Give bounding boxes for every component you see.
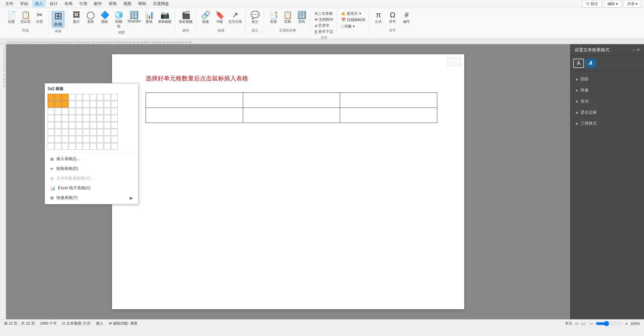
grid-cell[interactable] xyxy=(76,129,83,136)
shape-button[interactable]: ◯ 形状 xyxy=(84,11,97,25)
menu-item-file[interactable]: 文件 xyxy=(3,0,16,7)
grid-cell[interactable] xyxy=(62,143,68,150)
header-button[interactable]: 📑 页眉 xyxy=(267,11,280,25)
dropcap-button[interactable]: A̲ 首字下沉 xyxy=(313,29,335,35)
symbol-button[interactable]: Ω 符号 xyxy=(386,11,399,25)
grid-cell[interactable] xyxy=(97,143,104,150)
grid-cell[interactable] xyxy=(76,94,83,100)
grid-cell[interactable] xyxy=(48,136,54,143)
grid-cell[interactable] xyxy=(111,122,118,129)
wordart-button[interactable]: A 艺术字 xyxy=(313,23,335,28)
grid-cell[interactable] xyxy=(104,94,111,100)
insert-table-item[interactable]: ⊞ 插入表格(I)... xyxy=(45,154,138,164)
grid-cell[interactable] xyxy=(97,115,104,122)
datetime-button[interactable]: 📅 日期和时间 xyxy=(340,17,367,23)
footer-button[interactable]: 📋 页脚 xyxy=(281,11,294,25)
formula-button[interactable]: π 公式 xyxy=(372,11,385,25)
grid-cell[interactable] xyxy=(83,122,90,129)
grid-cell[interactable] xyxy=(55,94,61,100)
grid-cell[interactable] xyxy=(104,122,111,129)
grid-cell[interactable] xyxy=(76,108,83,115)
grid-cell[interactable] xyxy=(90,136,97,143)
grid-cell[interactable] xyxy=(76,101,83,108)
menu-item-start[interactable]: 开始 xyxy=(17,0,31,7)
grid-cell[interactable] xyxy=(90,129,97,136)
grid-cell[interactable] xyxy=(97,101,104,108)
video-button[interactable]: 🎬 联机视频 xyxy=(178,11,194,25)
table-button[interactable]: ⊞ 表格 xyxy=(51,11,65,28)
grid-cell[interactable] xyxy=(90,115,97,122)
menu-item-layout[interactable]: 布局 xyxy=(62,0,75,7)
grid-cell[interactable] xyxy=(69,108,75,115)
menu-item-mail[interactable]: 邮件 xyxy=(91,0,105,7)
grid-cell[interactable] xyxy=(83,136,90,143)
grid-cell[interactable] xyxy=(104,143,111,150)
focus-button[interactable]: 专注 xyxy=(565,321,572,326)
grid-cell[interactable] xyxy=(76,143,83,150)
menu-item-insert[interactable]: 插入 xyxy=(32,0,46,7)
menu-item-baidu[interactable]: 百度网盘 xyxy=(150,0,172,7)
grid-cell[interactable] xyxy=(55,108,61,115)
grid-cell[interactable] xyxy=(97,122,104,129)
grid-cell[interactable] xyxy=(104,115,111,122)
grid-cell[interactable] xyxy=(69,101,75,108)
grid-cell[interactable] xyxy=(55,143,61,150)
menu-item-review[interactable]: 审阅 xyxy=(106,0,119,7)
grid-cell[interactable] xyxy=(48,143,54,150)
text-outline-btn[interactable]: A xyxy=(573,59,584,68)
grid-cell[interactable] xyxy=(62,94,68,100)
grid-cell[interactable] xyxy=(62,136,68,143)
document-area[interactable]: 选择好单元格数量后点击鼠标插入表格 3x2 表格 xyxy=(6,44,570,319)
grid-cell[interactable] xyxy=(62,108,68,115)
grid-cell[interactable] xyxy=(69,143,75,150)
menu-item-help[interactable]: 帮助 xyxy=(136,0,149,7)
icon-button[interactable]: 🔷 图标 xyxy=(98,11,111,25)
grid-cell[interactable] xyxy=(90,94,97,100)
read-view-button[interactable]: 📖 xyxy=(581,321,586,326)
close-panel-button[interactable]: ✕ xyxy=(637,48,640,52)
menu-item-reference[interactable]: 引用 xyxy=(76,0,90,7)
grid-cell[interactable] xyxy=(90,122,97,129)
glow-item[interactable]: ▶ 发光 xyxy=(571,96,644,107)
grid-cell[interactable] xyxy=(69,94,75,100)
grid-cell[interactable] xyxy=(83,129,90,136)
menu-item-design[interactable]: 设计 xyxy=(47,0,60,7)
excel-table-item[interactable]: 📊 Excel 电子表格(X) xyxy=(45,183,138,193)
grid-cell[interactable] xyxy=(62,115,68,122)
grid-cell[interactable] xyxy=(69,129,75,136)
menu-item-view[interactable]: 视图 xyxy=(121,0,134,7)
screenshot-button[interactable]: 📷 屏幕截图 xyxy=(157,11,173,25)
edit-button[interactable]: 编辑 ▾ xyxy=(604,0,622,8)
grid-cell[interactable] xyxy=(111,129,118,136)
grid-cell[interactable] xyxy=(111,143,118,150)
grid-cell[interactable] xyxy=(55,101,61,108)
grid-cell[interactable] xyxy=(62,122,68,129)
share-button[interactable]: 共享 ▾ xyxy=(624,0,641,8)
reflection-item[interactable]: ▶ 映像 xyxy=(571,85,644,96)
grid-cell[interactable] xyxy=(62,129,68,136)
grid-cell[interactable] xyxy=(97,108,104,115)
grid-cell[interactable] xyxy=(62,101,68,108)
grid-cell[interactable] xyxy=(104,136,111,143)
grid-cell[interactable] xyxy=(55,136,61,143)
grid-cell[interactable] xyxy=(104,129,111,136)
grid-cell[interactable] xyxy=(83,115,90,122)
comment-ribbon-button[interactable]: 💬 批注 xyxy=(248,11,262,25)
number-button[interactable]: # 编号 xyxy=(400,11,413,25)
zoom-slider[interactable] xyxy=(596,321,623,326)
grid-cell[interactable] xyxy=(104,101,111,108)
grid-cell[interactable] xyxy=(90,108,97,115)
text-fill-btn[interactable]: A xyxy=(585,59,596,68)
object-button[interactable]: □ 对象 ▾ xyxy=(340,23,367,29)
textbox-button[interactable]: A▢ 文本框 xyxy=(313,11,335,16)
grid-cell[interactable] xyxy=(48,129,54,136)
grid-cell[interactable] xyxy=(76,136,83,143)
3d-button[interactable]: 🧊 3D模型 xyxy=(112,11,125,29)
comment-button[interactable]: 🗨 批注 xyxy=(582,0,602,8)
3d-format-item[interactable]: ▶ 三维格式 xyxy=(571,118,644,129)
quick-table-item[interactable]: ⊞ 快速表格(T) ▶ xyxy=(45,193,138,203)
grid-cell[interactable] xyxy=(83,94,90,100)
minimize-button[interactable]: ─ xyxy=(632,48,635,52)
page-break-button[interactable]: ✂ 分页 xyxy=(33,11,46,25)
zoom-out-button[interactable]: ─ xyxy=(588,321,594,326)
